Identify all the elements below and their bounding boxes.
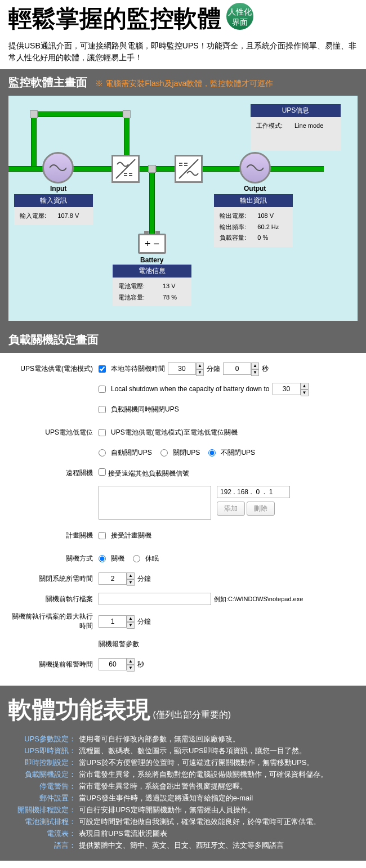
auto-close-radio[interactable] bbox=[99, 449, 106, 457]
pre-file-label: 關機前執行檔案 bbox=[11, 594, 99, 604]
capacity-shutdown-checkbox[interactable] bbox=[99, 386, 106, 393]
feature-label: 電流表： bbox=[8, 829, 79, 839]
feature-list: UPS參數設定：使用者可自行修改內部參數，無需送回原廠修改。UPS即時資訊：流程… bbox=[8, 734, 358, 851]
diagram-section-title: 監控軟體主畫面 bbox=[8, 76, 87, 88]
feature-text: 流程圖、數碼表、數位圖示，顯示UPS即時各項資訊，讓您一目了然。 bbox=[79, 746, 358, 756]
battery-info-panel: 電池信息 電池電壓:13 V 電池容量:78 % bbox=[113, 265, 191, 306]
feature-item: 負載關機設定：當市電發生異常，系統將自動對您的電腦設備做關機動作，可確保資料儲存… bbox=[8, 769, 358, 780]
remote-ip-listbox[interactable] bbox=[99, 486, 211, 520]
feature-item: UPS即時資訊：流程圖、數碼表、數位圖示，顯示UPS即時各項資訊，讓您一目了然。 bbox=[8, 746, 358, 756]
feature-text: 可自行安排UPS定時開關機動作，無需經由人員操作。 bbox=[79, 805, 358, 815]
add-button[interactable]: 添加 bbox=[217, 502, 245, 516]
spinner-up[interactable]: ▲ bbox=[127, 615, 135, 622]
shutdown-settings-panel: UPS電池供電(電池模式) 本地等待關機時間 ▲▼ 分鐘 ▲▼ 秒 Local … bbox=[0, 353, 366, 686]
feature-text: 表現目前UPS電流狀況圖表 bbox=[79, 829, 358, 839]
low-batt-shutdown-checkbox[interactable] bbox=[99, 429, 106, 436]
battery-mode-label: UPS電池供電(電池模式) bbox=[11, 364, 99, 374]
feature-label: 語言： bbox=[8, 840, 79, 851]
output-info-panel: 輸出資訊 輸出電壓:108 V 輸出頻率:60.2 Hz 負載容量:0 % bbox=[214, 194, 293, 247]
input-label: Input bbox=[50, 185, 66, 193]
plan-label: 計畫關機 bbox=[11, 531, 99, 540]
feature-label: UPS參數設定： bbox=[8, 734, 79, 744]
close-ups-radio[interactable] bbox=[160, 449, 168, 457]
plan-accept-checkbox[interactable] bbox=[99, 532, 106, 539]
method-shutdown-radio[interactable] bbox=[99, 555, 106, 562]
feature-item: 停電警告：當市電發生異常時，系統會跳出警告視窗提醒您喔。 bbox=[8, 781, 358, 791]
close-time-input[interactable] bbox=[99, 572, 127, 585]
badge-humanized: 人性化界面 bbox=[226, 3, 253, 30]
close-time-label: 關閉系統所需時間 bbox=[11, 574, 99, 584]
feature-text: 當UPS發生事件時，透過設定將通知寄給指定的e-mail bbox=[79, 793, 358, 803]
diagram-section-note: ※ 電腦需安裝Flash及java軟體，監控軟體才可運作 bbox=[95, 79, 273, 88]
feature-text: 當UPS於不方便管理的位置時，可遠端進行開關機動作，無需移動UPS。 bbox=[79, 758, 358, 768]
local-wait-checkbox[interactable] bbox=[99, 365, 106, 373]
feature-text: 當市電發生異常，系統將自動對您的電腦設備做關機動作，可確保資料儲存。 bbox=[79, 769, 358, 780]
capacity-input[interactable] bbox=[273, 383, 301, 395]
spinner-up[interactable]: ▲ bbox=[301, 383, 309, 390]
spinner-up[interactable]: ▲ bbox=[251, 363, 259, 369]
shutdown-ups-checkbox[interactable] bbox=[99, 406, 106, 413]
battery-label: Battery bbox=[140, 256, 163, 264]
remote-label: 遠程關機 bbox=[11, 468, 99, 478]
page-title: 輕鬆掌握的監控軟體 bbox=[8, 5, 221, 32]
output-label: Output bbox=[244, 185, 266, 193]
feature-text: 可設定時間對電池做自我測試，確保電池效能良好，於停電時可正常供電。 bbox=[79, 817, 358, 827]
feature-text: 提供繁體中文、簡中、英文、日文、西班牙文、法文等多國語言 bbox=[79, 840, 358, 851]
feature-label: 負載關機設定： bbox=[8, 769, 79, 780]
inverter-icon bbox=[175, 155, 203, 183]
wait-seconds-input[interactable] bbox=[223, 363, 251, 375]
feature-label: 即時控制設定： bbox=[8, 758, 79, 768]
input-node-icon bbox=[42, 152, 74, 184]
spinner-up[interactable]: ▲ bbox=[127, 658, 135, 665]
feature-label: UPS即時資訊： bbox=[8, 746, 79, 756]
no-close-radio[interactable] bbox=[208, 449, 216, 457]
shutdown-method-label: 關機方式 bbox=[11, 554, 99, 563]
spinner-down[interactable]: ▼ bbox=[127, 579, 135, 586]
feature-item: 電池測試排程：可設定時間對電池做自我測試，確保電池效能良好，於停電時可正常供電。 bbox=[8, 817, 358, 827]
max-exec-label: 關機前執行檔案的最大執行時間 bbox=[11, 612, 99, 631]
spinner-down[interactable]: ▼ bbox=[196, 369, 204, 376]
feature-item: UPS參數設定：使用者可自行修改內部參數，無需送回原廠修改。 bbox=[8, 734, 358, 744]
rectifier-icon bbox=[111, 155, 140, 183]
feature-text: 當市電發生異常時，系統會跳出警告視窗提醒您喔。 bbox=[79, 781, 358, 791]
feature-item: 郵件設置：當UPS發生事件時，透過設定將通知寄給指定的e-mail bbox=[8, 793, 358, 803]
settings-section-title: 負載關機設定畫面 bbox=[8, 332, 358, 347]
delete-button[interactable]: 刪除 bbox=[247, 502, 275, 516]
feature-label: 電池測試排程： bbox=[8, 817, 79, 827]
ip-input[interactable] bbox=[217, 486, 290, 498]
spinner-up[interactable]: ▲ bbox=[127, 572, 135, 579]
page-description: 提供USB通訊介面，可連接網路與電腦，即時監控UPS！功能齊全，且系統介面操作簡… bbox=[0, 37, 366, 69]
alarm-time-input[interactable] bbox=[99, 658, 127, 670]
feature-item: 即時控制設定：當UPS於不方便管理的位置時，可遠端進行開關機動作，無需移動UPS… bbox=[8, 758, 358, 768]
remote-accept-checkbox[interactable] bbox=[99, 468, 106, 476]
spinner-down[interactable]: ▼ bbox=[127, 622, 135, 629]
feature-text: 使用者可自行修改內部參數，無需送回原廠修改。 bbox=[79, 734, 358, 744]
input-info-panel: 輸入資訊 輸入電壓:107.8 V bbox=[14, 194, 93, 225]
output-node-icon bbox=[239, 152, 271, 184]
feature-label: 郵件設置： bbox=[8, 793, 79, 803]
feature-item: 開關機排程設定：可自行安排UPS定時開關機動作，無需經由人員操作。 bbox=[8, 805, 358, 815]
feature-label: 開關機排程設定： bbox=[8, 805, 79, 815]
pre-file-input[interactable] bbox=[99, 593, 211, 605]
features-title: 軟體功能表現 bbox=[8, 696, 150, 723]
alarm-time-label: 關機提前報警時間 bbox=[11, 660, 99, 669]
spinner-down[interactable]: ▼ bbox=[301, 390, 309, 396]
wait-minutes-input[interactable] bbox=[168, 363, 196, 375]
battery-icon: + − bbox=[138, 234, 166, 254]
low-batt-label: UPS電池低電位 bbox=[11, 428, 99, 437]
ups-flow-diagram: + − Input 輸入資訊 輸入電壓:107.8 V Output 輸出資訊 … bbox=[8, 96, 358, 321]
spinner-up[interactable]: ▲ bbox=[196, 363, 204, 369]
feature-label: 停電警告： bbox=[8, 781, 79, 791]
max-exec-input[interactable] bbox=[99, 615, 127, 628]
features-subtitle: (僅列出部分重要的) bbox=[153, 710, 231, 719]
spinner-down[interactable]: ▼ bbox=[251, 369, 259, 376]
ups-info-panel: UPS信息 工作模式:Line mode bbox=[251, 104, 341, 151]
method-hibernate-radio[interactable] bbox=[133, 555, 140, 562]
feature-item: 語言：提供繁體中文、簡中、英文、日文、西班牙文、法文等多國語言 bbox=[8, 840, 358, 851]
spinner-down[interactable]: ▼ bbox=[127, 665, 135, 672]
feature-item: 電流表：表現目前UPS電流狀況圖表 bbox=[8, 829, 358, 839]
